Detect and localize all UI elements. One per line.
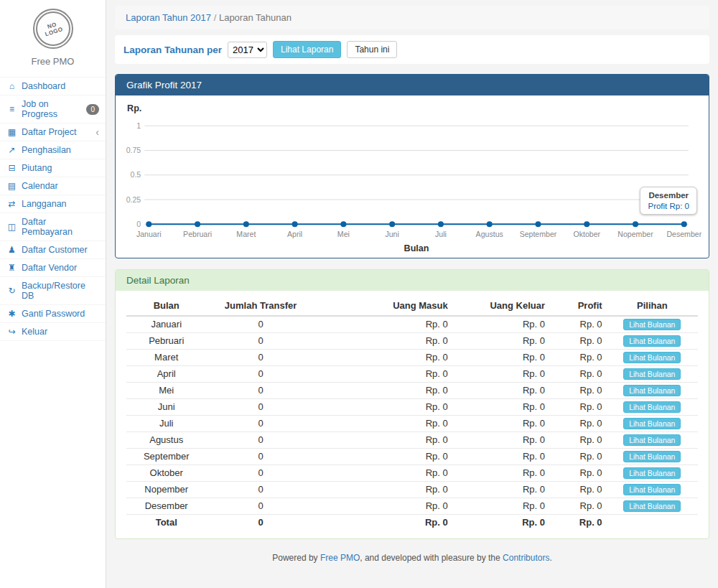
svg-text:Oktober: Oktober xyxy=(573,230,600,238)
svg-text:0.25: 0.25 xyxy=(126,195,141,204)
table-row: September0Rp. 0Rp. 0Rp. 0Lihat Bulanan xyxy=(126,448,698,465)
breadcrumb-link[interactable]: Laporan Tahun 2017 xyxy=(126,12,211,23)
sidebar-item-label: Daftar Project xyxy=(22,127,76,137)
sidebar-item-daftar-vendor[interactable]: ♜Daftar Vendor xyxy=(0,258,106,276)
uang-masuk-cell: Rp. 0 xyxy=(315,481,452,498)
lihat-bulanan-button[interactable]: Lihat Bulanan xyxy=(623,352,681,363)
profit-cell: Rp. 0 xyxy=(549,498,607,514)
uang-masuk-cell: Rp. 0 xyxy=(315,398,452,415)
sidebar-item-daftar-project[interactable]: ▦Daftar Project‹ xyxy=(0,123,106,141)
sidebar-item-piutang[interactable]: ⊟Piutang xyxy=(0,159,106,177)
month-cell: Mei xyxy=(126,382,206,398)
uang-keluar-cell: Rp. 0 xyxy=(452,382,549,398)
calendar-icon: ▤ xyxy=(6,181,17,191)
sidebar-item-langganan[interactable]: ⇄Langganan xyxy=(0,195,106,213)
breadcrumb-separator: / xyxy=(214,12,217,23)
payment-icon: ◫ xyxy=(6,222,17,232)
action-cell: Lihat Bulanan xyxy=(607,398,698,415)
month-cell: Maret xyxy=(126,349,206,365)
sidebar-item-penghasilan[interactable]: ↗Penghasilan xyxy=(0,141,106,159)
chart-tooltip: Desember Profit Rp: 0 xyxy=(640,187,697,215)
sidebar-item-calendar[interactable]: ▤Calendar xyxy=(0,177,106,195)
lihat-bulanan-button[interactable]: Lihat Bulanan xyxy=(623,319,681,330)
sidebar-item-label: Backup/Restore DB xyxy=(22,281,99,301)
logo-text: NO LOGO xyxy=(42,19,64,37)
action-cell: Lihat Bulanan xyxy=(607,332,698,349)
uang-keluar-cell: Rp. 0 xyxy=(452,415,549,431)
sidebar-item-keluar[interactable]: ↪Keluar xyxy=(0,322,106,341)
transfer-cell: 0 xyxy=(206,365,314,382)
filter-label: Laporan Tahunan per xyxy=(123,45,222,55)
lihat-bulanan-button[interactable]: Lihat Bulanan xyxy=(623,335,681,347)
action-cell: Lihat Bulanan xyxy=(607,481,698,498)
lihat-bulanan-button[interactable]: Lihat Bulanan xyxy=(623,434,681,446)
total-transfer-cell: 0 xyxy=(206,514,314,530)
lihat-bulanan-button[interactable]: Lihat Bulanan xyxy=(623,385,681,396)
transfer-cell: 0 xyxy=(206,382,314,398)
transfer-cell: 0 xyxy=(206,415,314,431)
detail-laporan-panel: Detail Laporan Bulan Jumlah Transfer Uan… xyxy=(115,269,709,539)
sidebar-menu: ⌂Dashboard≡Job on Progress0▦Daftar Proje… xyxy=(0,77,106,341)
app-window: NO LOGO Free PMO ⌂Dashboard≡Job on Progr… xyxy=(0,0,718,588)
total-empty-cell xyxy=(607,514,698,530)
table-row: Nopember0Rp. 0Rp. 0Rp. 0Lihat Bulanan xyxy=(126,481,698,498)
uang-keluar-cell: Rp. 0 xyxy=(452,398,549,415)
svg-text:Maret: Maret xyxy=(236,230,256,238)
lihat-bulanan-button[interactable]: Lihat Bulanan xyxy=(623,418,681,429)
uang-masuk-cell: Rp. 0 xyxy=(315,415,452,431)
sidebar-item-daftar-customer[interactable]: ♟Daftar Customer xyxy=(0,241,106,258)
svg-text:Rp.: Rp. xyxy=(127,103,141,113)
contributors-link[interactable]: Contributors xyxy=(503,553,549,563)
sidebar-item-label: Piutang xyxy=(22,163,52,173)
svg-text:Bulan: Bulan xyxy=(404,243,429,253)
transfer-cell: 0 xyxy=(206,465,314,481)
table-row: Juni0Rp. 0Rp. 0Rp. 0Lihat Bulanan xyxy=(126,398,698,415)
sidebar-item-ganti-password[interactable]: ✱Ganti Password xyxy=(0,304,106,322)
uang-masuk-cell: Rp. 0 xyxy=(315,349,452,365)
lihat-bulanan-button[interactable]: Lihat Bulanan xyxy=(623,484,681,495)
uang-keluar-cell: Rp. 0 xyxy=(452,481,549,498)
table-row: Desember0Rp. 0Rp. 0Rp. 0Lihat Bulanan xyxy=(126,498,698,514)
lihat-bulanan-button[interactable]: Lihat Bulanan xyxy=(623,500,681,512)
profit-cell: Rp. 0 xyxy=(549,415,607,431)
sidebar-item-label: Langganan xyxy=(22,199,67,209)
col-header-uang-keluar: Uang Keluar xyxy=(452,298,549,316)
tahun-ini-button[interactable]: Tahun ini xyxy=(347,41,397,58)
profit-cell: Rp. 0 xyxy=(549,398,607,415)
transfer-cell: 0 xyxy=(206,498,314,514)
chart-panel-title: Grafik Profit 2017 xyxy=(116,75,709,95)
uang-masuk-cell: Rp. 0 xyxy=(315,332,452,349)
sidebar-item-backup-restore-db[interactable]: ↻Backup/Restore DB xyxy=(0,276,106,304)
free-pmo-link[interactable]: Free PMO xyxy=(320,553,360,563)
month-cell: Pebruari xyxy=(126,332,206,349)
lihat-bulanan-button[interactable]: Lihat Bulanan xyxy=(623,401,681,413)
profit-cell: Rp. 0 xyxy=(549,316,607,333)
uang-masuk-cell: Rp. 0 xyxy=(315,382,452,398)
sidebar-item-daftar-pembayaran[interactable]: ◫Daftar Pembayaran xyxy=(0,213,106,241)
table-row: April0Rp. 0Rp. 0Rp. 0Lihat Bulanan xyxy=(126,365,698,382)
uang-masuk-cell: Rp. 0 xyxy=(315,431,452,448)
lock-icon: ✱ xyxy=(6,309,17,319)
lihat-bulanan-button[interactable]: Lihat Bulanan xyxy=(623,467,681,479)
month-cell: Agustus xyxy=(126,431,206,448)
lihat-bulanan-button[interactable]: Lihat Bulanan xyxy=(623,451,681,462)
profit-cell: Rp. 0 xyxy=(549,382,607,398)
svg-text:Nopember: Nopember xyxy=(617,230,653,238)
uang-keluar-cell: Rp. 0 xyxy=(452,365,549,382)
col-header-profit: Profit xyxy=(549,298,607,316)
lihat-laporan-button[interactable]: Lihat Laporan xyxy=(273,41,341,58)
sidebar-item-dashboard[interactable]: ⌂Dashboard xyxy=(0,77,106,95)
lihat-bulanan-button[interactable]: Lihat Bulanan xyxy=(623,368,681,380)
tooltip-month: Desember xyxy=(648,191,689,200)
year-select[interactable]: 2017 xyxy=(228,42,267,58)
col-header-uang-masuk: Uang Masuk xyxy=(315,298,452,316)
users-icon: ♟ xyxy=(6,245,17,255)
table-row: Mei0Rp. 0Rp. 0Rp. 0Lihat Bulanan xyxy=(126,382,698,398)
detail-panel-title: Detail Laporan xyxy=(116,270,709,291)
uang-keluar-cell: Rp. 0 xyxy=(452,465,549,481)
table-header-row: Bulan Jumlah Transfer Uang Masuk Uang Ke… xyxy=(126,298,698,316)
sidebar-item-job-on-progress[interactable]: ≡Job on Progress0 xyxy=(0,95,106,123)
profit-cell: Rp. 0 xyxy=(549,332,607,349)
profit-cell: Rp. 0 xyxy=(549,431,607,448)
col-header-jumlah-transfer: Jumlah Transfer xyxy=(206,298,314,316)
